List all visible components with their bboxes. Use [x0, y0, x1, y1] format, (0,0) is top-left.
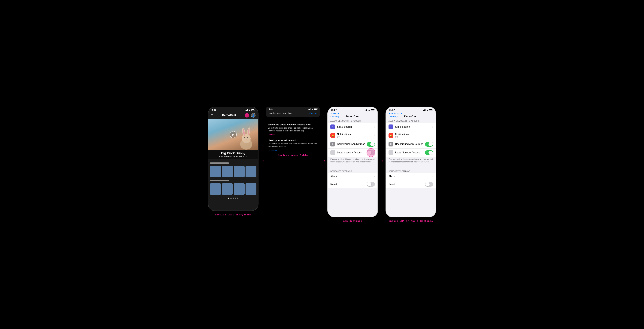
popup-status-icons: ▲ — [308, 108, 317, 110]
hamburger-icon[interactable]: ☰ — [211, 114, 214, 117]
bunny-artwork — [236, 124, 256, 150]
app-header: ☰ DemoCast ⬡ 👤 — [208, 112, 258, 119]
arrow-2-3: → — [321, 158, 326, 164]
thumb-2[interactable] — [222, 166, 233, 177]
phone4-list1: ✦ Siri & Search › 🔔 Notifications Off › — [386, 123, 436, 157]
lna-icon-4 — [388, 150, 393, 155]
about-label-3: About — [330, 175, 374, 178]
lna-toggle-4[interactable] — [425, 150, 433, 155]
reset-label-3: Reset — [330, 183, 367, 186]
siri-label-3: Siri & Search — [337, 125, 374, 128]
phone3-back-btn[interactable]: ‹ Settings — [330, 115, 340, 118]
siri-search-row-3[interactable]: ✦ Siri & Search › — [328, 123, 378, 131]
lna-toggle-wrap-3 — [367, 150, 375, 155]
thumb-8[interactable] — [246, 183, 256, 195]
learn-more-link[interactable]: Learn more — [268, 149, 318, 152]
phone4-back-btn[interactable]: ‹ Settings — [388, 115, 398, 118]
phone4-back-label[interactable]: DemoCast app — [390, 112, 404, 115]
progress-fill — [211, 160, 231, 160]
siri-label-4: Siri & Search — [395, 125, 432, 128]
phone3-status-bar: 11:57 ▲ — [328, 107, 378, 112]
phone1-status-icons: ▲ — [246, 109, 255, 111]
progress-bar[interactable] — [211, 160, 256, 160]
phone4-title: DemoCast — [404, 115, 418, 118]
lna-toggle-3[interactable] — [367, 150, 375, 155]
play-button[interactable]: ▶ — [230, 131, 237, 138]
phone4-section2-header: DemoCast Settings — [386, 169, 436, 173]
thumb-3[interactable] — [234, 166, 244, 177]
popup-cancel-btn[interactable]: Cancel — [309, 112, 317, 115]
reset-toggle-3[interactable] — [367, 182, 375, 187]
s4-battery — [429, 109, 432, 111]
s3-battery — [371, 109, 374, 111]
thumb-4[interactable] — [246, 166, 256, 177]
col2-label: Devices unavailable — [278, 154, 308, 157]
lna-row-4[interactable]: Local Network Access — [386, 149, 436, 157]
svg-point-8 — [245, 137, 245, 137]
phone4-network-note: Enabled to allow this app permission to … — [386, 157, 436, 165]
bg-toggle-4[interactable] — [425, 142, 433, 147]
col4-label: Enable LNA in App > Settings — [389, 220, 433, 223]
col1-label: Display Cast entrypoint — [215, 213, 251, 216]
thumb-6[interactable] — [222, 183, 233, 195]
inst-body-2: Make sure your device and the Cast devic… — [268, 142, 318, 148]
phone4-home-indicator — [401, 215, 420, 215]
lna-label-3: Local Network Access — [337, 151, 367, 154]
profile-icon[interactable]: 👤 — [251, 113, 256, 118]
bg-refresh-row-3[interactable]: ⚙ Background App Refresh — [328, 140, 378, 149]
about-row-4[interactable]: About › — [386, 173, 436, 180]
notif-chevron-4: › — [432, 134, 433, 137]
phone3-home-indicator — [343, 215, 362, 215]
reset-row-3[interactable]: Reset — [328, 180, 378, 188]
bg-toggle-3[interactable] — [367, 142, 375, 147]
thumb-1[interactable] — [210, 166, 221, 177]
hero-image: ▶ — [208, 119, 258, 150]
dot-5 — [237, 198, 238, 199]
phone3-filler — [328, 189, 378, 213]
thumb-5[interactable] — [210, 183, 221, 195]
phone3-list1: ✦ Siri & Search › 🔔 Notifications Off › — [328, 123, 378, 157]
s3-wifi: ▲ — [368, 109, 370, 111]
phone4-status-icons: ▲ — [423, 109, 432, 111]
header-icons: ⬡ 👤 — [245, 113, 256, 118]
siri-search-row-4[interactable]: ✦ Siri & Search › — [386, 123, 436, 131]
bg-refresh-row-4[interactable]: ⚙ Background App Refresh — [386, 140, 436, 149]
col3-label: App Settings — [343, 220, 362, 223]
settings-link[interactable]: Settings — [268, 134, 318, 136]
phone3-time: 11:57 — [331, 109, 337, 111]
cast-icon[interactable]: ⬡ — [245, 113, 249, 118]
about-row-3[interactable]: About › — [328, 173, 378, 180]
siri-icon-4: ✦ — [388, 125, 393, 129]
phone4-section-gap — [386, 165, 436, 169]
reset-toggle-4[interactable] — [425, 182, 433, 187]
movie-title: Big Buck Bunny — [211, 151, 256, 155]
popup-signal — [308, 108, 310, 110]
popup-battery — [314, 108, 317, 110]
s4-wifi: ▲ — [426, 109, 428, 111]
popup-title-bar: No devices available Cancel — [266, 110, 320, 117]
notif-label-4: Notifications Off — [395, 133, 432, 138]
siri-chevron-4: › — [432, 126, 433, 128]
svg-point-1 — [242, 134, 250, 143]
thumb-7[interactable] — [234, 183, 244, 195]
lna-row-3[interactable]: Local Network Access — [328, 149, 378, 157]
phone3-section-gap — [328, 165, 378, 169]
phone4-section1-header: Allow DemoCast to Access — [386, 119, 436, 123]
movie-info: Big Buck Bunny Peach Open Movie Project,… — [208, 150, 258, 159]
notifications-row-4[interactable]: 🔔 Notifications Off › — [386, 131, 436, 140]
notifications-row-3[interactable]: 🔔 Notifications Off › — [328, 131, 378, 140]
s3-signal — [365, 109, 367, 111]
battery-icon — [251, 109, 255, 111]
inst-body-1: Go to Settings on this phone and check t… — [268, 127, 318, 132]
phone4-list2: About › Reset — [386, 173, 436, 188]
reset-row-4[interactable]: Reset — [386, 180, 436, 188]
bg-label-3: Background App Refresh — [337, 143, 367, 146]
dot-1 — [228, 198, 230, 199]
phone4-nav: ‹ Settings DemoCast — [386, 115, 436, 119]
about-chevron-3: › — [374, 175, 375, 178]
signal-icon — [246, 109, 248, 111]
siri-chevron-3: › — [374, 126, 375, 128]
phone4-time: 11:57 — [389, 109, 395, 111]
back-chevron-icon: ‹ — [330, 115, 331, 118]
phone3-back-label[interactable]: Search — [332, 112, 339, 115]
